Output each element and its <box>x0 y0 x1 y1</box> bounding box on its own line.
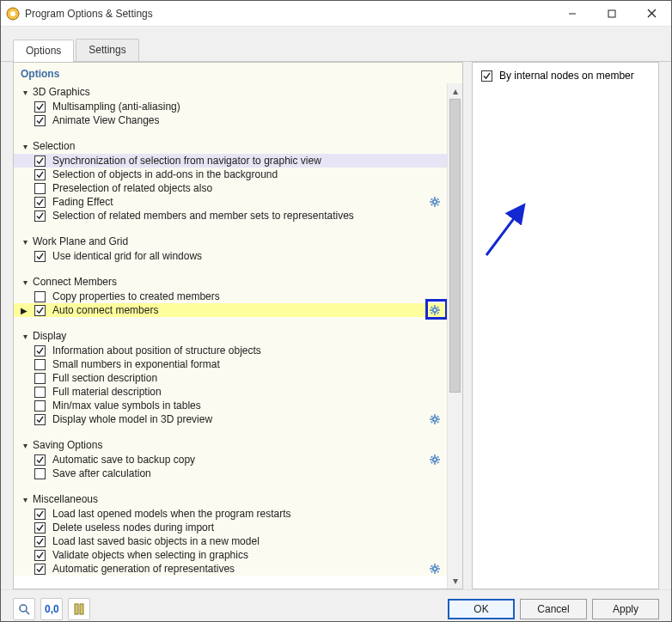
apply-button[interactable]: Apply <box>592 599 659 619</box>
close-button[interactable] <box>632 1 671 27</box>
units-tool-button[interactable]: 0,00 <box>40 598 63 620</box>
gear-icon[interactable] <box>430 454 440 465</box>
chevron-down-icon: ▾ <box>19 332 31 341</box>
gear-icon[interactable] <box>430 414 440 424</box>
option-row[interactable]: Full material description <box>14 385 447 399</box>
option-row[interactable]: Automatic generation of representatives <box>14 562 447 576</box>
option-row[interactable]: Animate View Changes <box>14 113 447 127</box>
checkbox-icon[interactable] <box>34 115 46 126</box>
checkbox-icon[interactable] <box>34 564 46 575</box>
option-row[interactable]: Load last saved basic objects in a new m… <box>14 534 447 548</box>
chevron-down-icon: ▾ <box>19 88 31 97</box>
minimize-button[interactable] <box>553 1 592 27</box>
option-label: Display whole model in 3D preview <box>52 413 212 425</box>
option-label: Small numbers in exponential format <box>52 358 220 370</box>
option-label: Delete useless nodes during import <box>52 521 214 534</box>
svg-point-55 <box>434 568 437 570</box>
group-header[interactable]: ▾Saving Options <box>14 436 447 453</box>
cancel-button[interactable]: Cancel <box>520 599 587 619</box>
svg-rect-48 <box>434 571 436 574</box>
checkbox-icon[interactable] <box>34 291 46 302</box>
checkbox-icon[interactable] <box>34 373 46 384</box>
checkbox-icon[interactable] <box>34 400 46 412</box>
chevron-down-icon: ▾ <box>19 237 31 247</box>
group-header[interactable]: ▾Connect Members <box>14 273 447 290</box>
search-tool-button[interactable] <box>13 598 35 620</box>
option-row[interactable]: Load last opened models when the program… <box>14 507 447 521</box>
option-row[interactable]: Fading Effect <box>14 195 447 209</box>
svg-rect-13 <box>431 204 433 206</box>
svg-rect-53 <box>431 570 433 573</box>
svg-rect-8 <box>434 204 436 207</box>
svg-line-56 <box>486 207 522 255</box>
svg-rect-11 <box>431 198 433 200</box>
checkbox-icon[interactable] <box>34 550 46 561</box>
option-row[interactable]: Information about position of structure … <box>14 344 447 357</box>
checkbox-icon[interactable] <box>34 210 46 222</box>
maximize-button[interactable] <box>592 1 632 27</box>
option-row[interactable]: Copy properties to created members <box>14 290 447 303</box>
option-row[interactable]: Delete useless nodes during import <box>14 521 447 534</box>
scroll-thumb[interactable] <box>449 99 461 393</box>
option-label: Automatic generation of representatives <box>52 563 235 575</box>
option-row[interactable]: Min/max value symbols in tables <box>14 399 447 412</box>
checkbox-icon[interactable] <box>34 101 46 113</box>
chevron-down-icon: ▾ <box>19 142 31 151</box>
preset-tool-button[interactable] <box>68 598 90 620</box>
options-panel-heading: Options <box>14 63 462 83</box>
option-label: Min/max value symbols in tables <box>52 399 201 412</box>
checkbox-icon[interactable] <box>34 183 46 194</box>
option-row[interactable]: ▶Auto connect members <box>14 303 447 317</box>
option-row[interactable]: Validate objects when selecting in graph… <box>14 548 447 562</box>
checkbox-icon[interactable] <box>34 305 46 316</box>
option-row[interactable]: Save after calculation <box>14 466 447 480</box>
option-row[interactable]: Use identical grid for all windows <box>14 249 447 263</box>
checkbox-icon[interactable] <box>34 387 46 398</box>
checkbox-icon[interactable] <box>34 522 46 534</box>
checkbox-icon[interactable] <box>34 359 46 370</box>
group-header[interactable]: ▾Selection <box>14 137 447 154</box>
checkbox-icon[interactable] <box>34 468 46 479</box>
scroll-down-button[interactable]: ▾ <box>448 573 462 588</box>
checkbox-icon[interactable] <box>34 345 46 357</box>
option-row[interactable]: Selection of related members and member … <box>14 209 447 223</box>
option-row[interactable]: Preselection of related objects also <box>14 181 447 195</box>
checkbox-icon[interactable] <box>34 197 46 208</box>
scroll-track[interactable] <box>448 99 462 573</box>
checkbox-icon[interactable] <box>481 70 492 82</box>
option-by-internal-nodes[interactable]: By internal nodes on member <box>481 70 650 82</box>
gear-icon[interactable] <box>430 564 440 574</box>
checkbox-icon[interactable] <box>34 414 46 425</box>
checkbox-icon[interactable] <box>34 156 46 167</box>
svg-rect-52 <box>437 564 439 567</box>
checkbox-icon[interactable] <box>34 169 46 180</box>
option-row[interactable]: Synchronization of selection from naviga… <box>14 154 447 168</box>
group-header[interactable]: ▾Miscellaneous <box>14 491 447 507</box>
option-label: Auto connect members <box>52 304 158 316</box>
svg-point-35 <box>434 418 437 421</box>
ok-button[interactable]: OK <box>448 599 515 619</box>
checkbox-icon[interactable] <box>34 251 46 262</box>
option-row[interactable]: Full section description <box>14 371 447 385</box>
gear-icon[interactable] <box>430 197 440 207</box>
checkbox-icon[interactable] <box>34 454 46 466</box>
tab-settings[interactable]: Settings <box>76 39 138 61</box>
scroll-up-button[interactable]: ▴ <box>448 83 462 99</box>
scrollbar-vertical[interactable]: ▴ ▾ <box>447 83 462 588</box>
group-header[interactable]: ▾Display <box>14 327 447 344</box>
option-row[interactable]: Multisampling (anti-aliasing) <box>14 100 447 113</box>
checkbox-icon[interactable] <box>34 536 46 547</box>
chevron-down-icon: ▾ <box>19 495 31 504</box>
svg-rect-10 <box>437 201 440 203</box>
group-header[interactable]: ▾3D Graphics <box>14 83 447 100</box>
option-row[interactable]: Selection of objects in add-ons in the b… <box>14 168 447 181</box>
tab-options[interactable]: Options <box>13 40 74 62</box>
option-row[interactable]: Automatic save to backup copy <box>14 453 447 466</box>
svg-rect-9 <box>430 201 432 203</box>
option-row[interactable]: Small numbers in exponential format <box>14 357 447 371</box>
svg-point-57 <box>20 605 27 612</box>
option-row[interactable]: Display whole model in 3D preview <box>14 412 447 426</box>
group-header[interactable]: ▾Work Plane and Grid <box>14 233 447 249</box>
checkbox-icon[interactable] <box>34 509 46 520</box>
option-label: By internal nodes on member <box>499 70 634 82</box>
